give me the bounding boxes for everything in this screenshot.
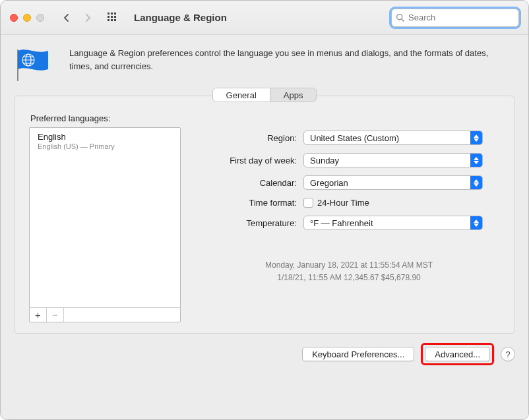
list-footer: + −	[30, 307, 180, 322]
region-settings: Region: United States (Custom) First day…	[198, 109, 500, 322]
updown-icon	[470, 131, 482, 144]
temperature-select[interactable]: °F — Fahrenheit	[303, 216, 483, 230]
page-title: Language & Region	[134, 12, 227, 23]
search-icon	[396, 13, 404, 22]
24-hour-checkbox[interactable]	[303, 198, 313, 208]
advanced-highlight: Advanced...	[421, 343, 494, 365]
tab-bar: General Apps	[14, 88, 515, 104]
svg-rect-8	[114, 19, 116, 21]
svg-rect-0	[108, 13, 109, 15]
svg-line-10	[402, 19, 404, 21]
svg-rect-4	[111, 16, 113, 18]
panel-body: Language & Region preferences control th…	[1, 35, 528, 375]
language-detail: English (US) — Primary	[38, 142, 172, 150]
calendar-value: Gregorian	[310, 178, 348, 188]
preferred-languages-section: Preferred languages: English English (US…	[29, 109, 181, 322]
header-row: Language & Region preferences control th…	[14, 47, 515, 78]
preferred-languages-label: Preferred languages:	[30, 113, 181, 123]
traffic-lights	[10, 14, 44, 22]
svg-rect-3	[108, 16, 109, 18]
pane-description: Language & Region preferences control th…	[69, 47, 505, 73]
preferences-window: Language & Region	[0, 0, 529, 420]
bottom-buttons: Keyboard Preferences... Advanced... ?	[14, 343, 515, 365]
temperature-label: Temperature:	[198, 218, 297, 228]
maximize-window-button	[36, 14, 44, 22]
search-input[interactable]	[407, 12, 520, 23]
preferred-languages-list[interactable]: English English (US) — Primary + −	[29, 127, 181, 322]
grid-icon	[108, 13, 118, 23]
region-label: Region:	[198, 133, 297, 143]
updown-icon	[470, 154, 482, 167]
add-language-button[interactable]: +	[30, 308, 47, 322]
first-day-label: First day of week:	[198, 156, 297, 165]
svg-rect-2	[114, 13, 116, 15]
first-day-value: Sunday	[310, 156, 339, 165]
language-name: English	[38, 132, 172, 142]
tab-apps[interactable]: Apps	[270, 88, 317, 102]
svg-rect-6	[108, 19, 109, 21]
help-button[interactable]: ?	[501, 347, 515, 361]
forward-button	[80, 9, 96, 27]
minimize-window-button[interactable]	[23, 14, 31, 22]
tab-general[interactable]: General	[213, 88, 270, 102]
first-day-select[interactable]: Sunday	[303, 153, 483, 167]
calendar-select[interactable]: Gregorian	[303, 175, 483, 190]
chevron-right-icon	[84, 13, 91, 22]
preview-line-1: Monday, January 18, 2021 at 11:55:54 AM …	[198, 259, 500, 272]
language-region-icon	[14, 47, 56, 78]
updown-icon	[470, 176, 482, 189]
keyboard-preferences-button[interactable]: Keyboard Preferences...	[302, 347, 414, 361]
back-button[interactable]	[59, 9, 75, 27]
region-select[interactable]: United States (Custom)	[303, 131, 483, 145]
svg-rect-7	[111, 19, 113, 21]
preview-line-2: 1/18/21, 11:55 AM 12,345.67 $45,678.90	[198, 272, 500, 284]
24-hour-label: 24-Hour Time	[317, 198, 369, 208]
calendar-label: Calendar:	[198, 178, 297, 188]
titlebar: Language & Region	[1, 1, 528, 35]
time-format-label: Time format:	[198, 198, 297, 208]
chevron-left-icon	[63, 13, 70, 22]
svg-rect-1	[111, 13, 113, 15]
general-group: Preferred languages: English English (US…	[14, 96, 515, 334]
show-all-button[interactable]	[104, 9, 122, 27]
search-field[interactable]	[391, 9, 519, 27]
close-window-button[interactable]	[10, 14, 18, 22]
format-preview: Monday, January 18, 2021 at 11:55:54 AM …	[198, 259, 500, 284]
temperature-value: °F — Fahrenheit	[310, 218, 373, 228]
remove-language-button: −	[47, 308, 64, 322]
region-value: United States (Custom)	[310, 133, 399, 143]
list-item[interactable]: English English (US) — Primary	[30, 131, 180, 154]
updown-icon	[470, 216, 482, 229]
advanced-button[interactable]: Advanced...	[425, 347, 490, 361]
svg-rect-5	[114, 16, 116, 18]
